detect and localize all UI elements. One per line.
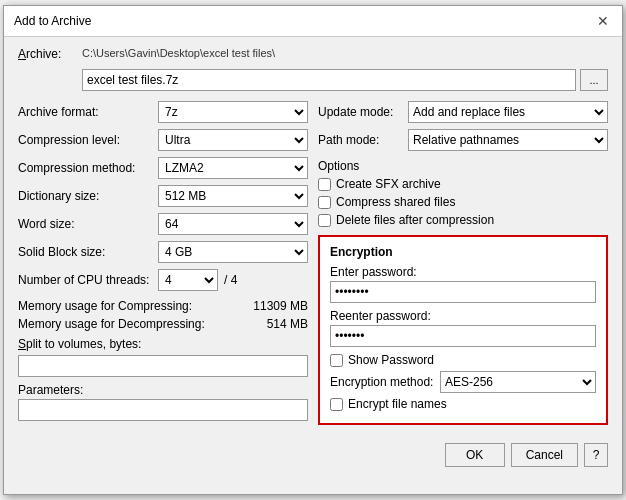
solid-block-select[interactable]: Non-solid 1 MB 1 GB 4 GB — [158, 241, 308, 263]
create-sfx-label: Create SFX archive — [336, 177, 441, 191]
encrypt-names-row[interactable]: Encrypt file names — [330, 397, 596, 411]
params-input[interactable] — [18, 399, 308, 421]
right-column: Update mode: Add and replace files Updat… — [318, 101, 608, 425]
archive-input[interactable] — [82, 69, 576, 91]
archive-label-row: Archive: C:\Users\Gavin\Desktop\excel te… — [18, 47, 608, 61]
delete-files-label: Delete files after compression — [336, 213, 494, 227]
split-section: Split to volumes, bytes: — [18, 337, 308, 377]
params-section: Parameters: — [18, 383, 308, 421]
dictionary-size-row: Dictionary size: 64 KB 1 MB 16 MB 64 MB … — [18, 185, 308, 207]
left-column: Archive format: 7z zip tar gzip Compress… — [18, 101, 308, 425]
compression-method-select[interactable]: LZMA LZMA2 PPMd BZip2 — [158, 157, 308, 179]
update-mode-label: Update mode: — [318, 105, 408, 119]
show-password-row[interactable]: Show Password — [330, 353, 596, 367]
archive-format-select[interactable]: 7z zip tar gzip — [158, 101, 308, 123]
encryption-method-row: Encryption method: AES-256 ZipCrypto — [330, 371, 596, 393]
encryption-method-select[interactable]: AES-256 ZipCrypto — [440, 371, 596, 393]
ok-button[interactable]: OK — [445, 443, 505, 467]
cpu-threads-select[interactable]: 1 2 4 8 — [158, 269, 218, 291]
compression-method-row: Compression method: LZMA LZMA2 PPMd BZip… — [18, 157, 308, 179]
reenter-password-input[interactable] — [330, 325, 596, 347]
word-size-row: Word size: 8 16 32 64 128 256 — [18, 213, 308, 235]
encrypt-names-checkbox[interactable] — [330, 398, 343, 411]
create-sfx-row[interactable]: Create SFX archive — [318, 177, 608, 191]
archive-path: C:\Users\Gavin\Desktop\excel test files\ — [82, 47, 608, 59]
solid-block-row: Solid Block size: Non-solid 1 MB 1 GB 4 … — [18, 241, 308, 263]
word-size-label: Word size: — [18, 217, 158, 231]
memory-compress-label: Memory usage for Compressing: — [18, 299, 228, 313]
delete-files-checkbox[interactable] — [318, 214, 331, 227]
memory-section: Memory usage for Compressing: 11309 MB M… — [18, 299, 308, 331]
add-to-archive-dialog: Add to Archive ✕ Archive: C:\Users\Gavin… — [3, 5, 623, 495]
encryption-method-label: Encryption method: — [330, 375, 440, 389]
path-mode-row: Path mode: Relative pathnames Full pathn… — [318, 129, 608, 151]
close-button[interactable]: ✕ — [594, 12, 612, 30]
options-group: Options Create SFX archive Compress shar… — [318, 159, 608, 227]
word-size-select[interactable]: 8 16 32 64 128 256 — [158, 213, 308, 235]
params-label: Parameters: — [18, 383, 308, 397]
archive-format-row: Archive format: 7z zip tar gzip — [18, 101, 308, 123]
path-mode-label: Path mode: — [318, 133, 408, 147]
memory-compress-row: Memory usage for Compressing: 11309 MB — [18, 299, 308, 313]
show-password-checkbox[interactable] — [330, 354, 343, 367]
memory-decompress-row: Memory usage for Decompressing: 514 MB — [18, 317, 308, 331]
enter-password-label: Enter password: — [330, 265, 596, 279]
options-title: Options — [318, 159, 608, 173]
solid-block-label: Solid Block size: — [18, 245, 158, 259]
update-mode-row: Update mode: Add and replace files Updat… — [318, 101, 608, 123]
show-password-label: Show Password — [348, 353, 434, 367]
encryption-box: Encryption Enter password: Reenter passw… — [318, 235, 608, 425]
compress-shared-label: Compress shared files — [336, 195, 455, 209]
dictionary-size-select[interactable]: 64 KB 1 MB 16 MB 64 MB 256 MB 512 MB 1 G… — [158, 185, 308, 207]
cpu-threads-row: Number of CPU threads: 1 2 4 8 / 4 — [18, 269, 308, 291]
path-mode-select[interactable]: Relative pathnames Full pathnames No pat… — [408, 129, 608, 151]
split-input[interactable] — [18, 355, 308, 377]
split-label: Split to volumes, bytes: — [18, 337, 308, 351]
compression-level-row: Compression level: Store Fastest Fast No… — [18, 129, 308, 151]
dialog-footer: OK Cancel ? — [4, 437, 622, 477]
memory-decompress-label: Memory usage for Decompressing: — [18, 317, 228, 331]
memory-decompress-value: 514 MB — [228, 317, 308, 331]
delete-files-row[interactable]: Delete files after compression — [318, 213, 608, 227]
help-button[interactable]: ? — [584, 443, 608, 467]
encrypt-names-label: Encrypt file names — [348, 397, 447, 411]
compress-shared-checkbox[interactable] — [318, 196, 331, 209]
compression-level-label: Compression level: — [18, 133, 158, 147]
cpu-threads-label: Number of CPU threads: — [18, 273, 158, 287]
compression-level-select[interactable]: Store Fastest Fast Normal Maximum Ultra — [158, 129, 308, 151]
update-mode-select[interactable]: Add and replace files Update and add fil… — [408, 101, 608, 123]
browse-button[interactable]: ... — [580, 69, 608, 91]
encryption-title: Encryption — [330, 245, 596, 259]
dialog-title: Add to Archive — [14, 14, 91, 28]
archive-format-label: Archive format: — [18, 105, 158, 119]
main-columns: Archive format: 7z zip tar gzip Compress… — [18, 101, 608, 425]
compression-method-label: Compression method: — [18, 161, 158, 175]
reenter-password-label: Reenter password: — [330, 309, 596, 323]
cpu-threads-max: / 4 — [224, 273, 237, 287]
title-bar: Add to Archive ✕ — [4, 6, 622, 37]
dictionary-size-label: Dictionary size: — [18, 189, 158, 203]
archive-label: Archive: — [18, 47, 78, 61]
archive-input-row: ... — [82, 69, 608, 91]
memory-compress-value: 11309 MB — [228, 299, 308, 313]
create-sfx-checkbox[interactable] — [318, 178, 331, 191]
cancel-button[interactable]: Cancel — [511, 443, 578, 467]
dialog-body: Archive: C:\Users\Gavin\Desktop\excel te… — [4, 37, 622, 437]
compress-shared-row[interactable]: Compress shared files — [318, 195, 608, 209]
enter-password-input[interactable] — [330, 281, 596, 303]
